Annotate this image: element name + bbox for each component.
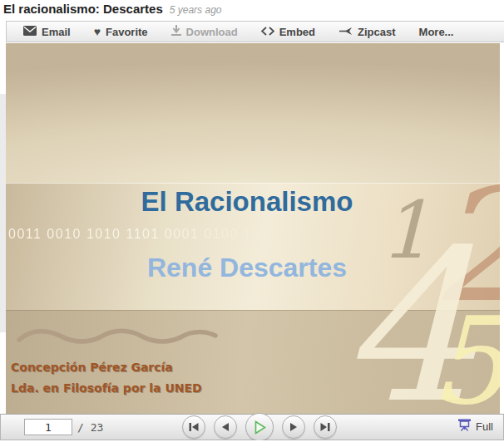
player-control-bar: / 23 Full — [0, 414, 504, 440]
more-label: More... — [419, 26, 454, 38]
favorite-label: Favorite — [106, 26, 148, 38]
email-label: Email — [42, 26, 71, 38]
wavy-line-decoration — [14, 326, 224, 347]
download-label: Download — [186, 26, 238, 38]
next-slide-button[interactable] — [282, 415, 305, 439]
page-total: / 23 — [77, 421, 103, 434]
favorite-button[interactable]: ♥ Favorite — [94, 26, 148, 38]
email-button[interactable]: Email — [23, 24, 71, 39]
download-button[interactable]: Download — [171, 24, 238, 39]
paper-plane-icon — [338, 24, 353, 39]
fullscreen-button[interactable]: Full — [457, 419, 493, 435]
author-name: Concepción Pérez García — [11, 361, 173, 374]
embed-button[interactable]: Embed — [261, 24, 315, 39]
author-credentials: Lda. en Filosofía por la UNED — [11, 381, 202, 395]
previous-slide-button[interactable] — [214, 415, 237, 439]
download-arrow-icon — [171, 24, 181, 39]
zipcast-label: Zipcast — [358, 26, 396, 38]
navigation-controls — [182, 415, 337, 440]
next-icon — [289, 422, 298, 432]
left-gutter — [0, 94, 6, 332]
projector-screen-icon — [457, 419, 472, 435]
play-button[interactable] — [245, 413, 274, 441]
player: El racionalismo: Descartes5 years ago Em… — [0, 0, 504, 442]
binary-decoration-text: 0011 0010 1010 1101 0001 0100 1011 — [8, 227, 277, 242]
embed-code-icon — [261, 24, 274, 39]
page-title: El racionalismo: Descartes — [3, 2, 163, 16]
fullscreen-label: Full — [476, 420, 493, 433]
slide-canvas[interactable]: 1 2 4 5 El Racionalismo 0011 0010 1010 1… — [6, 43, 500, 414]
skip-to-end-icon — [319, 422, 331, 432]
heart-icon: ♥ — [94, 26, 101, 37]
email-envelope-icon — [23, 24, 37, 39]
more-button[interactable]: More... — [419, 26, 454, 38]
page-indicator: / 23 — [24, 419, 103, 435]
background-number-5: 5 — [430, 301, 500, 414]
slide-top-band — [6, 43, 500, 183]
header: El racionalismo: Descartes5 years ago — [3, 2, 221, 18]
last-slide-button[interactable] — [314, 415, 337, 439]
first-slide-button[interactable] — [182, 415, 205, 439]
slide-subtitle: René Descartes — [6, 253, 488, 283]
skip-to-start-icon — [188, 422, 200, 432]
previous-icon — [221, 422, 230, 432]
play-icon — [254, 420, 266, 435]
upload-age: 5 years ago — [170, 4, 222, 16]
slide-title: El Racionalismo — [6, 186, 488, 218]
zipcast-button[interactable]: Zipcast — [338, 24, 396, 39]
toolbar: Email ♥ Favorite Download Embed Zipcast … — [6, 21, 504, 42]
page-number-input[interactable] — [24, 419, 72, 435]
embed-label: Embed — [279, 26, 315, 38]
